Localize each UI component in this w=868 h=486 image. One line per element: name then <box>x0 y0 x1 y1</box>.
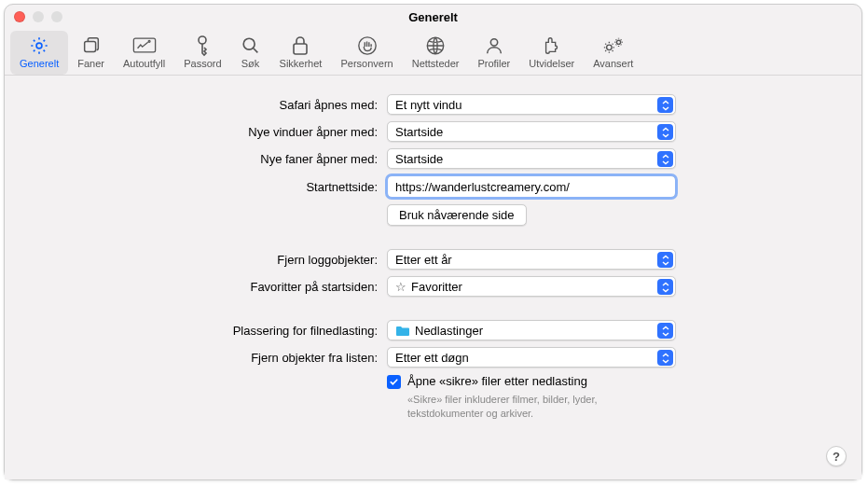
pen-icon <box>132 35 157 57</box>
open-safe-files-label: Åpne «sikre» filer etter nedlasting <box>407 374 587 388</box>
opens-with-select[interactable]: Et nytt vindu <box>387 94 676 115</box>
zoom-window-button[interactable] <box>51 11 62 22</box>
new-tabs-label: Nye faner åpner med: <box>42 152 387 166</box>
tab-label: Avansert <box>593 58 633 69</box>
svg-rect-1 <box>84 41 95 51</box>
tab-search[interactable]: Søk <box>231 31 270 75</box>
tab-label: Passord <box>184 58 221 69</box>
select-value: Startside <box>395 152 443 166</box>
svg-rect-6 <box>294 44 307 54</box>
remove-list-label: Fjern objekter fra listen: <box>42 351 387 365</box>
tab-label: Autoutfyll <box>123 58 165 69</box>
minimize-window-button[interactable] <box>33 11 44 22</box>
svg-point-4 <box>199 36 206 44</box>
chevron-updown-icon <box>657 151 673 167</box>
tab-label: Personvern <box>340 58 393 69</box>
svg-point-3 <box>148 40 150 42</box>
tab-profiles[interactable]: Profiler <box>468 31 519 75</box>
new-tabs-select[interactable]: Startside <box>387 148 676 169</box>
tab-label: Utvidelser <box>529 58 574 69</box>
tab-faner[interactable]: Faner <box>68 31 114 75</box>
content-pane: Safari åpnes med: Et nytt vindu Nye vind… <box>5 76 861 479</box>
svg-point-10 <box>606 45 612 50</box>
tab-label: Nettsteder <box>412 58 460 69</box>
svg-point-5 <box>243 38 255 49</box>
folder-icon <box>395 325 410 337</box>
opens-with-label: Safari åpnes med: <box>42 98 387 112</box>
use-current-page-button[interactable]: Bruk nåværende side <box>387 204 527 226</box>
select-value: Etter ett døgn <box>395 351 469 365</box>
tab-label: Søk <box>241 58 260 69</box>
download-location-select[interactable]: Nedlastinger <box>387 320 676 340</box>
remove-log-select[interactable]: Etter ett år <box>387 249 676 270</box>
open-safe-files-checkbox[interactable] <box>387 375 401 389</box>
favorites-select[interactable]: ☆ Favoritter <box>387 276 676 297</box>
toolbar: Generelt Faner Autoutfyll Passord Søk <box>5 29 861 76</box>
lock-icon <box>291 35 310 57</box>
tab-advanced[interactable]: Avansert <box>584 31 642 75</box>
chevron-updown-icon <box>657 323 673 339</box>
select-value: Startside <box>395 125 443 139</box>
titlebar: Generelt <box>5 5 861 29</box>
close-window-button[interactable] <box>14 11 25 22</box>
preferences-window: Generelt Generelt Faner Autoutfyll Passo… <box>4 4 862 480</box>
tab-extensions[interactable]: Utvidelser <box>519 31 584 75</box>
window-controls <box>14 11 62 22</box>
svg-point-11 <box>616 40 620 44</box>
tab-label: Generelt <box>20 58 59 69</box>
select-value: Etter ett år <box>395 253 452 267</box>
select-value: Et nytt vindu <box>395 98 462 112</box>
favorites-label: Favoritter på startsiden: <box>42 280 387 294</box>
safe-files-help-text: «Sikre» filer inkluderer filmer, bilder,… <box>407 393 650 422</box>
new-windows-label: Nye vinduer åpner med: <box>42 125 387 139</box>
remove-list-select[interactable]: Etter ett døgn <box>387 347 676 368</box>
svg-point-0 <box>36 43 42 49</box>
tab-security[interactable]: Sikkerhet <box>270 31 332 75</box>
tab-passwords[interactable]: Passord <box>174 31 230 75</box>
select-value: Favoritter <box>411 280 462 294</box>
tab-privacy[interactable]: Personvern <box>331 31 402 75</box>
star-icon: ☆ <box>395 280 406 294</box>
tab-label: Profiler <box>477 58 510 69</box>
window-title: Generelt <box>408 10 458 24</box>
svg-point-9 <box>490 39 497 46</box>
tab-autofill[interactable]: Autoutfyll <box>114 31 174 75</box>
chevron-updown-icon <box>657 350 673 366</box>
chevron-updown-icon <box>657 124 673 140</box>
help-button[interactable]: ? <box>826 446 847 466</box>
person-icon <box>484 35 504 57</box>
select-value: Nedlastinger <box>415 324 483 338</box>
chevron-updown-icon <box>657 279 673 295</box>
key-icon <box>193 35 212 57</box>
hand-icon <box>357 35 378 57</box>
tab-websites[interactable]: Nettsteder <box>403 31 469 75</box>
search-icon <box>241 35 261 57</box>
chevron-updown-icon <box>657 97 673 113</box>
remove-log-label: Fjern loggobjekter: <box>42 253 387 267</box>
chevron-updown-icon <box>657 252 673 268</box>
globe-icon <box>425 35 446 57</box>
tabs-icon <box>81 35 102 57</box>
puzzle-icon <box>542 35 562 57</box>
download-location-label: Plassering for filnedlasting: <box>42 324 387 338</box>
tab-general[interactable]: Generelt <box>10 31 68 75</box>
homepage-label: Startnettside: <box>42 180 387 194</box>
tab-label: Sikkerhet <box>280 58 323 69</box>
homepage-input[interactable] <box>387 175 676 198</box>
new-windows-select[interactable]: Startside <box>387 121 676 142</box>
gear-icon <box>29 35 49 57</box>
gears-icon <box>602 35 625 57</box>
tab-label: Faner <box>77 58 104 69</box>
